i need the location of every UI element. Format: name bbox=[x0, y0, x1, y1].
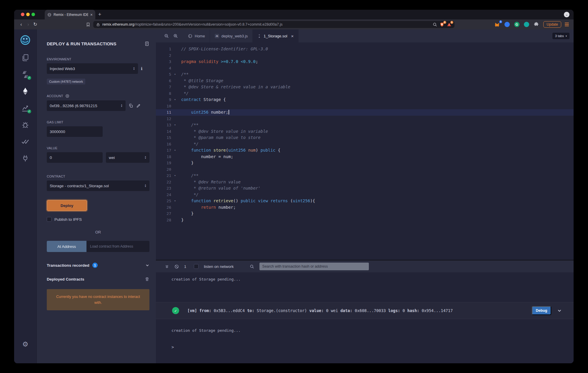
sourcify-icon[interactable] bbox=[21, 137, 29, 146]
tabs-count-label: 3 tabs bbox=[555, 34, 564, 38]
file-explorer-icon[interactable] bbox=[21, 54, 29, 62]
account-select[interactable]: 0xf39...92266 (6.98791215 ▲▼ bbox=[47, 100, 126, 111]
puzzle-extensions-icon[interactable] bbox=[533, 21, 539, 28]
clear-console-icon[interactable] bbox=[174, 264, 179, 269]
maximize-window-button[interactable] bbox=[31, 13, 35, 16]
reload-icon[interactable]: ↻ bbox=[32, 22, 39, 27]
code-line[interactable]: 13▾ /** bbox=[156, 122, 574, 128]
code-line[interactable]: 11 uint256 number; bbox=[156, 109, 574, 116]
terminal-content[interactable]: creation of Storage pending... ✓ [vm] fr… bbox=[156, 272, 574, 363]
code-line[interactable]: 6 * @title Storage bbox=[156, 78, 574, 84]
gas-limit-input[interactable] bbox=[47, 126, 103, 137]
code-line[interactable]: 7 * @dev Store & retrieve value in a var… bbox=[156, 84, 574, 90]
listen-network-checkbox[interactable] bbox=[194, 264, 199, 269]
publish-ipfs-checkbox[interactable] bbox=[47, 217, 51, 222]
teal-extension-icon[interactable] bbox=[523, 21, 529, 28]
code-line[interactable]: 25▾ function retrieve() public view retu… bbox=[156, 198, 574, 204]
fold-spacer bbox=[171, 52, 179, 59]
code-line[interactable]: 17▾ function store(uint256 num) public { bbox=[156, 147, 574, 154]
fold-icon[interactable]: ▾ bbox=[171, 198, 179, 204]
brave-shield-icon[interactable]: 2 bbox=[439, 22, 444, 27]
zoom-out-icon[interactable] bbox=[164, 34, 169, 38]
code-line[interactable]: 5▾/** bbox=[156, 71, 574, 78]
edit-account-icon[interactable] bbox=[136, 103, 141, 108]
zoom-page-icon[interactable] bbox=[433, 22, 437, 27]
plugin-manager-icon[interactable] bbox=[21, 154, 29, 163]
value-unit-select[interactable]: wei ▲▼ bbox=[106, 152, 149, 163]
code-line[interactable]: 14 * @dev Store value in variable bbox=[156, 128, 574, 135]
code-line[interactable]: 19 } bbox=[156, 160, 574, 166]
code-line[interactable]: 8 */ bbox=[156, 90, 574, 97]
environment-select[interactable]: Injected Web3 ▲▼ bbox=[47, 63, 138, 74]
code-line[interactable]: 10 bbox=[156, 103, 574, 110]
value-input[interactable] bbox=[47, 152, 103, 163]
debug-button[interactable]: Debug bbox=[532, 306, 551, 315]
code-line[interactable]: 2 bbox=[156, 52, 574, 59]
tab-home[interactable]: Home bbox=[183, 29, 210, 42]
tab-close-icon[interactable]: × bbox=[90, 12, 93, 17]
code-editor[interactable]: 1// SPDX-License-Identifier: GPL-3.023pr… bbox=[156, 42, 574, 260]
fold-icon[interactable]: ▾ bbox=[171, 97, 179, 103]
code-line[interactable]: 18 number = num; bbox=[156, 154, 574, 160]
code-line[interactable]: 3pragma solidity >=0.7.0 <0.9.0; bbox=[156, 59, 574, 65]
code-line[interactable]: 9▾contract Storage { bbox=[156, 97, 574, 103]
url-bar[interactable]: remix.ethereum.org/#optimize=false&runs=… bbox=[93, 21, 454, 28]
environment-info-icon[interactable]: ℹ bbox=[141, 66, 142, 71]
zoom-in-icon[interactable] bbox=[173, 34, 178, 38]
code-line[interactable]: 26 return number; bbox=[156, 204, 574, 211]
code-line[interactable]: 16 */ bbox=[156, 141, 574, 147]
copy-account-icon[interactable] bbox=[129, 103, 133, 108]
contract-select[interactable]: Storage - contracts/1_Storage.sol ▲▼ bbox=[47, 180, 149, 191]
code-line[interactable]: 23 * @return value of 'number' bbox=[156, 185, 574, 192]
tab-search-icon[interactable]: ⌄ bbox=[564, 12, 569, 17]
tab-close-icon[interactable]: × bbox=[291, 34, 294, 39]
update-button[interactable]: Update bbox=[543, 21, 561, 28]
code-line[interactable]: 28} bbox=[156, 217, 574, 223]
fold-icon[interactable]: ▾ bbox=[171, 71, 179, 78]
solidity-compiler-icon[interactable]: ✓ bbox=[21, 70, 29, 79]
browser-tab[interactable]: Remix - Ethereum IDE × bbox=[45, 10, 95, 19]
forward-icon[interactable]: › bbox=[25, 22, 32, 27]
tab-storage-sol[interactable]: 1_Storage.sol × bbox=[253, 29, 299, 42]
tx-expand-icon[interactable] bbox=[557, 308, 562, 313]
code-line[interactable]: 15 * @param num value to store bbox=[156, 135, 574, 141]
close-window-button[interactable] bbox=[21, 13, 24, 16]
menu-icon[interactable] bbox=[565, 23, 569, 26]
debugger-icon[interactable] bbox=[21, 121, 29, 129]
code-line[interactable]: 4 bbox=[156, 65, 574, 72]
new-tab-button[interactable]: + bbox=[95, 10, 104, 19]
collapse-terminal-icon[interactable] bbox=[165, 264, 169, 269]
tabs-count-dropdown[interactable]: 3 tabs ▾ bbox=[552, 33, 569, 39]
fold-icon[interactable]: ▾ bbox=[171, 173, 179, 179]
static-analysis-icon[interactable]: ✓ bbox=[21, 104, 29, 112]
trash-icon[interactable] bbox=[145, 277, 149, 281]
terminal-search-input[interactable] bbox=[259, 263, 369, 270]
back-icon[interactable]: ‹ bbox=[18, 22, 25, 27]
metamask-extension-icon[interactable]: 1 bbox=[494, 21, 500, 28]
code-line[interactable]: 24 */ bbox=[156, 192, 574, 198]
code-line[interactable]: 20 bbox=[156, 166, 574, 173]
blue-extension-icon[interactable] bbox=[504, 21, 510, 28]
at-address-input[interactable] bbox=[86, 241, 149, 252]
add-account-icon[interactable] bbox=[65, 94, 69, 98]
google-extension-icon[interactable]: G bbox=[514, 21, 520, 28]
code-line[interactable]: 21▾ /** bbox=[156, 173, 574, 179]
remix-logo[interactable] bbox=[20, 35, 31, 45]
code-line[interactable]: 22 * @dev Return value bbox=[156, 179, 574, 185]
bookmark-icon[interactable] bbox=[86, 22, 90, 27]
transaction-row[interactable]: ✓ [vm] from: 0x5B3...eddC4 to: Storage.(… bbox=[156, 302, 574, 319]
tab-deploy-web3[interactable]: JS deploy_web3.js bbox=[210, 29, 253, 42]
deploy-run-icon[interactable] bbox=[21, 87, 29, 95]
docs-icon[interactable] bbox=[144, 41, 149, 46]
fold-icon[interactable]: ▾ bbox=[171, 147, 179, 154]
deploy-button[interactable]: Deploy bbox=[47, 200, 87, 211]
transactions-chevron-icon[interactable] bbox=[145, 263, 149, 267]
fold-icon[interactable]: ▾ bbox=[171, 122, 179, 128]
at-address-button[interactable]: At Address bbox=[47, 241, 86, 252]
settings-icon[interactable]: ⚙ bbox=[22, 340, 29, 348]
alert-extension-icon[interactable]: 1 bbox=[447, 22, 452, 27]
code-line[interactable]: 27 } bbox=[156, 210, 574, 217]
minimize-window-button[interactable] bbox=[26, 13, 30, 16]
code-line[interactable]: 1// SPDX-License-Identifier: GPL-3.0 bbox=[156, 46, 574, 52]
code-line[interactable]: 12 bbox=[156, 116, 574, 122]
